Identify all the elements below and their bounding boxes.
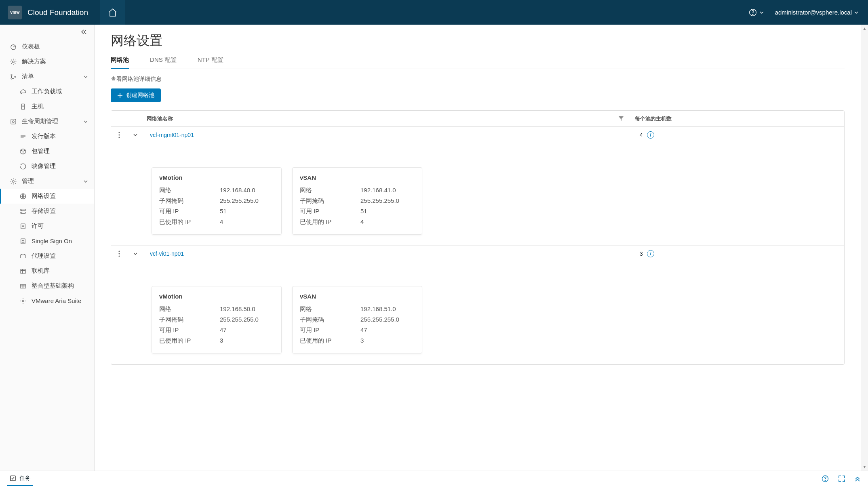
svg-point-31 bbox=[825, 480, 825, 480]
logo: vmw bbox=[8, 6, 22, 19]
sidebar-item-lifecycle[interactable]: 生命周期管理 bbox=[0, 114, 94, 129]
page-title: 网络设置 bbox=[111, 32, 845, 50]
sidebar-item-label: 存储设置 bbox=[32, 207, 88, 215]
network-icon bbox=[19, 193, 27, 200]
sidebar-item-release[interactable]: 发行版本 bbox=[0, 129, 94, 144]
user-name: administrator@vsphere.local bbox=[775, 9, 852, 16]
sidebar-item-dashboard[interactable]: 仪表板 bbox=[0, 39, 94, 54]
tasks-label: 任务 bbox=[19, 475, 31, 482]
proxy-icon bbox=[19, 252, 27, 260]
row-expand-toggle[interactable] bbox=[127, 133, 143, 137]
sidebar-item-label: 许可 bbox=[32, 222, 88, 230]
filter-icon[interactable] bbox=[619, 116, 624, 121]
app-header: vmw Cloud Foundation administrator@vsphe… bbox=[0, 0, 868, 25]
sidebar-item-proxy[interactable]: 代理设置 bbox=[0, 248, 94, 263]
sidebar-item-solutions[interactable]: 解决方案 bbox=[0, 54, 94, 69]
card-title: vSAN bbox=[300, 293, 415, 300]
storage-icon bbox=[19, 208, 27, 215]
sidebar-item-label: 代理设置 bbox=[32, 252, 88, 260]
sidebar-item-label: 解决方案 bbox=[22, 58, 88, 65]
chevron-down-icon bbox=[133, 133, 138, 137]
create-network-pool-button[interactable]: 创建网络池 bbox=[111, 88, 161, 102]
table-header: 网络池名称 每个池的主机数 bbox=[111, 111, 844, 127]
product-name: Cloud Foundation bbox=[27, 8, 88, 17]
column-hosts[interactable]: 每个池的主机数 bbox=[630, 115, 844, 122]
sidebar-item-image[interactable]: 映像管理 bbox=[0, 159, 94, 174]
cloud-icon bbox=[19, 88, 27, 95]
double-chevron-up-icon bbox=[854, 475, 861, 482]
composable-icon bbox=[19, 282, 27, 290]
svg-rect-12 bbox=[21, 209, 25, 210]
svg-point-14 bbox=[21, 210, 22, 210]
dashboard-icon bbox=[10, 43, 17, 50]
sidebar-item-label: 网络设置 bbox=[32, 192, 88, 200]
home-button[interactable] bbox=[100, 0, 125, 25]
sidebar-collapse[interactable] bbox=[0, 25, 94, 39]
scroll-down-icon: ▼ bbox=[863, 465, 867, 469]
row-details: vMotion网络192.168.40.0子网掩码255.255.255.0可用… bbox=[111, 143, 844, 245]
svg-point-10 bbox=[13, 180, 15, 182]
sidebar-item-host[interactable]: 主机 bbox=[0, 99, 94, 114]
svg-rect-21 bbox=[20, 284, 26, 288]
card-title: vMotion bbox=[159, 293, 274, 300]
sidebar-item-composable[interactable]: 塑合型基础架构 bbox=[0, 278, 94, 293]
host-count: 4 bbox=[640, 132, 643, 138]
help-icon bbox=[821, 475, 829, 483]
plus-icon bbox=[117, 93, 123, 98]
svg-point-4 bbox=[11, 74, 12, 76]
info-icon[interactable]: i bbox=[647, 250, 654, 257]
footer-collapse-button[interactable] bbox=[854, 475, 861, 482]
tab-2[interactable]: NTP 配置 bbox=[198, 56, 223, 69]
sidebar-item-storage[interactable]: 存储设置 bbox=[0, 204, 94, 219]
svg-rect-13 bbox=[21, 212, 25, 213]
kebab-icon bbox=[118, 132, 120, 138]
sidebar-item-package[interactable]: 包管理 bbox=[0, 144, 94, 159]
chevron-down-icon bbox=[133, 251, 138, 256]
network-card: vMotion网络192.168.50.0子网掩码255.255.255.0可用… bbox=[152, 286, 282, 353]
svg-point-24 bbox=[118, 134, 120, 135]
sidebar-item-cloud[interactable]: 工作负载域 bbox=[0, 84, 94, 99]
pool-name-link[interactable]: vcf-vi01-np01 bbox=[147, 250, 184, 257]
sidebar-item-label: 发行版本 bbox=[32, 133, 88, 140]
user-menu[interactable]: administrator@vsphere.local bbox=[775, 9, 858, 16]
tasks-tab[interactable]: 任务 bbox=[7, 471, 33, 486]
sso-icon bbox=[19, 238, 27, 245]
svg-point-27 bbox=[118, 253, 120, 254]
row-actions-menu[interactable] bbox=[111, 132, 127, 138]
sidebar-item-label: 生命周期管理 bbox=[22, 118, 78, 125]
svg-rect-20 bbox=[21, 269, 25, 274]
footer-help-button[interactable] bbox=[821, 475, 829, 483]
collapse-icon bbox=[80, 29, 87, 35]
sidebar-item-label: 工作负载域 bbox=[32, 88, 88, 95]
right-scrollbar[interactable]: ▲ ▼ bbox=[861, 25, 868, 471]
svg-point-26 bbox=[118, 250, 120, 252]
tab-1[interactable]: DNS 配置 bbox=[150, 56, 177, 69]
sidebar-item-admin[interactable]: 管理 bbox=[0, 174, 94, 189]
sidebar-item-aria[interactable]: VMware Aria Suite bbox=[0, 293, 94, 308]
sidebar-item-label: 包管理 bbox=[32, 147, 88, 155]
inventory-icon bbox=[10, 73, 17, 80]
footer-expand-button[interactable] bbox=[838, 475, 845, 482]
chevron-down-icon bbox=[83, 179, 88, 184]
sidebar-item-network[interactable]: 网络设置 bbox=[0, 189, 94, 204]
sidebar-item-inventory[interactable]: 清单 bbox=[0, 69, 94, 84]
sidebar-item-label: 管理 bbox=[22, 177, 78, 185]
sidebar-item-sso[interactable]: Single Sign On bbox=[0, 234, 94, 248]
card-title: vMotion bbox=[159, 174, 274, 181]
row-expand-toggle[interactable] bbox=[127, 251, 143, 256]
sidebar: 仪表板解决方案清单工作负载域主机生命周期管理发行版本包管理映像管理管理网络设置存… bbox=[0, 25, 95, 471]
aria-icon bbox=[19, 297, 27, 305]
pool-name-link[interactable]: vcf-mgmt01-np01 bbox=[147, 132, 194, 138]
create-button-label: 创建网络池 bbox=[126, 92, 154, 99]
tab-0[interactable]: 网络池 bbox=[111, 56, 129, 69]
svg-point-1 bbox=[752, 14, 753, 14]
sidebar-item-license[interactable]: 许可 bbox=[0, 219, 94, 234]
tasks-icon bbox=[10, 475, 16, 482]
row-actions-menu[interactable] bbox=[111, 250, 127, 257]
svg-point-5 bbox=[11, 78, 12, 79]
chevron-down-icon bbox=[854, 11, 858, 15]
sidebar-item-depot[interactable]: 联机库 bbox=[0, 263, 94, 278]
column-name[interactable]: 网络池名称 bbox=[143, 115, 630, 122]
info-icon[interactable]: i bbox=[647, 131, 654, 139]
help-menu[interactable] bbox=[748, 8, 764, 17]
